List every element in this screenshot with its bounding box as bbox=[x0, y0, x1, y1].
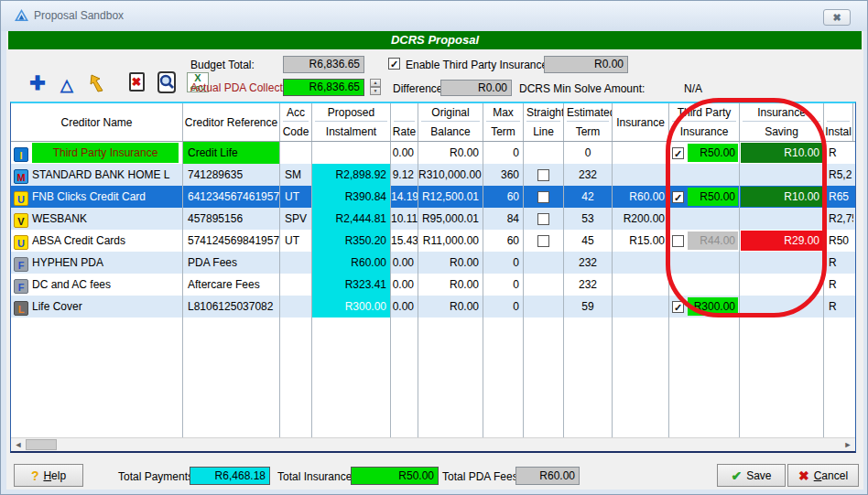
creditor-type-v-icon: V bbox=[14, 213, 28, 228]
name-cell: IThird Party Insurance bbox=[11, 142, 183, 164]
column-header-acc[interactable]: AccCode bbox=[280, 103, 312, 141]
table-row[interactable]: LLife CoverL8106125037082R300.000.00R0.0… bbox=[11, 296, 855, 317]
enable-third-party-insurance-checkbox[interactable]: ✓ bbox=[388, 58, 400, 70]
column-group-label: Acc bbox=[283, 103, 309, 122]
saving-cell bbox=[740, 274, 824, 296]
checkbox[interactable]: ✓ bbox=[672, 191, 684, 203]
column-group-label: Estimated bbox=[567, 103, 609, 122]
column-group-label bbox=[827, 103, 850, 122]
instalclip-cell: R50 bbox=[824, 230, 853, 252]
instalment-cell: R300.00 bbox=[312, 296, 391, 317]
creditor-type-f-icon: F bbox=[14, 257, 28, 272]
third-party-value: R50.00 bbox=[688, 188, 738, 206]
checkbox[interactable] bbox=[537, 235, 549, 247]
column-header-estterm[interactable]: EstimatedTerm bbox=[564, 103, 613, 141]
column-header-maxterm[interactable]: MaxTerm bbox=[483, 103, 524, 141]
column-group-label: Insurance bbox=[743, 103, 820, 122]
instalclip-cell: R bbox=[824, 274, 853, 296]
difference-field: R0.00 bbox=[440, 80, 512, 96]
undo-button[interactable] bbox=[87, 73, 109, 95]
delta-button[interactable]: △ bbox=[56, 74, 78, 96]
total-insurance-field: R50.00 bbox=[351, 467, 439, 485]
creditor-type-m-icon: M bbox=[14, 169, 28, 184]
checkbox[interactable] bbox=[537, 169, 549, 181]
column-header-rate[interactable]: Rate bbox=[391, 103, 418, 141]
creditor-name: DC and AC fees bbox=[32, 278, 111, 291]
delete-document-button[interactable]: ✖ bbox=[125, 72, 147, 94]
column-header-insurance[interactable]: Insurance bbox=[613, 103, 669, 141]
column-header-saving[interactable]: InsuranceSaving bbox=[740, 103, 824, 141]
instalment-cell bbox=[312, 142, 391, 164]
spinner-up-icon[interactable]: ▲ bbox=[370, 79, 381, 87]
instalclip-cell: R bbox=[824, 142, 853, 164]
insurance-saving-value: R10.00 bbox=[741, 143, 822, 163]
insurance-saving-value: R29.00 bbox=[741, 231, 822, 251]
tp-cell: ✓R300.00 bbox=[669, 296, 740, 317]
column-header-balance[interactable]: OriginalBalance bbox=[418, 103, 483, 141]
actual-pda-collection-field[interactable]: R6,836.65 bbox=[283, 79, 364, 96]
column-header-instalment[interactable]: ProposedInstalment bbox=[312, 103, 391, 141]
table-row[interactable]: UABSA Credit Cards5741245698419573UTR350… bbox=[11, 230, 855, 252]
tp-cell bbox=[669, 208, 740, 230]
name-cell: VWESBANK bbox=[11, 208, 183, 230]
scroll-left-icon[interactable]: ◄ bbox=[11, 438, 26, 451]
cancel-button[interactable]: ✖ Cancel bbox=[787, 464, 859, 487]
maxterm-cell: 0 bbox=[483, 274, 524, 296]
checkbox[interactable] bbox=[537, 213, 549, 225]
proposal-sandbox-window: Proposal Sandbox ✖ DCRS Proposal ✚ △ ✖ bbox=[0, 0, 868, 495]
column-header-instalclip[interactable]: Instal bbox=[824, 103, 853, 141]
table-row[interactable]: VWESBANK457895156SPVR2,444.8110.11R95,00… bbox=[11, 208, 855, 230]
spinner-down-icon[interactable]: ▼ bbox=[370, 87, 381, 95]
scroll-right-icon[interactable]: ► bbox=[841, 438, 855, 451]
column-header-straight[interactable]: StraightLine bbox=[524, 103, 564, 141]
rate-cell: 14.19 bbox=[391, 186, 418, 208]
checkbox[interactable]: ✓ bbox=[672, 301, 684, 313]
title-bar: Proposal Sandbox ✖ bbox=[1, 1, 868, 31]
creditor-name: Life Cover bbox=[32, 300, 82, 313]
close-button[interactable]: ✖ bbox=[823, 9, 851, 26]
total-pda-fees-label: Total PDA Fees: bbox=[442, 470, 521, 483]
table-row[interactable]: MSTANDARD BANK HOME L741289635SMR2,898.9… bbox=[11, 164, 855, 186]
maxterm-cell: 60 bbox=[483, 230, 524, 252]
straight-cell bbox=[524, 142, 564, 164]
dialog-content: DCRS Proposal ✚ △ ✖ X bbox=[6, 31, 863, 490]
name-cell: UABSA Credit Cards bbox=[11, 230, 183, 252]
pda-spinner[interactable]: ▲ ▼ bbox=[370, 79, 381, 96]
save-button[interactable]: ✔ Save bbox=[717, 464, 786, 487]
min-solve-value: N/A bbox=[684, 82, 702, 95]
creditor-name: HYPHEN PDA bbox=[32, 256, 103, 269]
cancel-x-icon: ✖ bbox=[798, 468, 809, 483]
balance-cell: R0.00 bbox=[418, 296, 483, 317]
table-row[interactable]: FDC and AC feesAftercare FeesR323.410.00… bbox=[11, 274, 855, 296]
maxterm-cell: 360 bbox=[483, 164, 524, 186]
enable-third-party-insurance-label: Enable Third Party Insurance bbox=[406, 59, 548, 71]
table-row[interactable]: FHYPHEN PDAPDA FeesR60.000.00R0.000232R bbox=[11, 252, 855, 274]
estterm-cell: 232 bbox=[564, 164, 613, 186]
tp-cell bbox=[669, 252, 740, 274]
grid-empty-column bbox=[483, 317, 524, 437]
ref-cell: L8106125037082 bbox=[183, 296, 280, 317]
scrollbar-thumb[interactable] bbox=[26, 439, 57, 450]
help-button[interactable]: ? Help bbox=[14, 464, 83, 487]
table-row[interactable]: IThird Party InsuranceCredit Life0.00R0.… bbox=[11, 142, 855, 164]
checkbox[interactable]: ✓ bbox=[672, 147, 684, 159]
column-header-tp[interactable]: Third PartyInsurance bbox=[669, 103, 740, 141]
preview-document-button[interactable] bbox=[156, 71, 178, 93]
creditor-type-u-icon: U bbox=[14, 235, 28, 250]
checkbox[interactable] bbox=[537, 191, 549, 203]
horizontal-scrollbar[interactable]: ◄ ► bbox=[11, 437, 855, 451]
instalclip-cell: R bbox=[824, 296, 853, 317]
instalment-cell: R350.20 bbox=[312, 230, 391, 252]
grid-body: IThird Party InsuranceCredit Life0.00R0.… bbox=[11, 142, 855, 317]
name-cell: MSTANDARD BANK HOME L bbox=[11, 164, 183, 186]
column-header-ref[interactable]: Creditor Reference bbox=[183, 103, 280, 141]
straight-cell bbox=[524, 252, 564, 274]
app-logo-icon bbox=[14, 8, 29, 27]
column-header-name[interactable]: Creditor Name bbox=[11, 103, 183, 141]
creditor-name: FNB Clicks Credit Card bbox=[32, 190, 146, 203]
table-row[interactable]: UFNB Clicks Credit Card6412345674619571U… bbox=[11, 186, 855, 208]
add-creditor-button[interactable]: ✚ bbox=[27, 72, 49, 94]
checkbox[interactable] bbox=[672, 235, 684, 247]
instalment-cell: R2,444.81 bbox=[312, 208, 391, 230]
rate-cell: 0.00 bbox=[391, 252, 418, 274]
